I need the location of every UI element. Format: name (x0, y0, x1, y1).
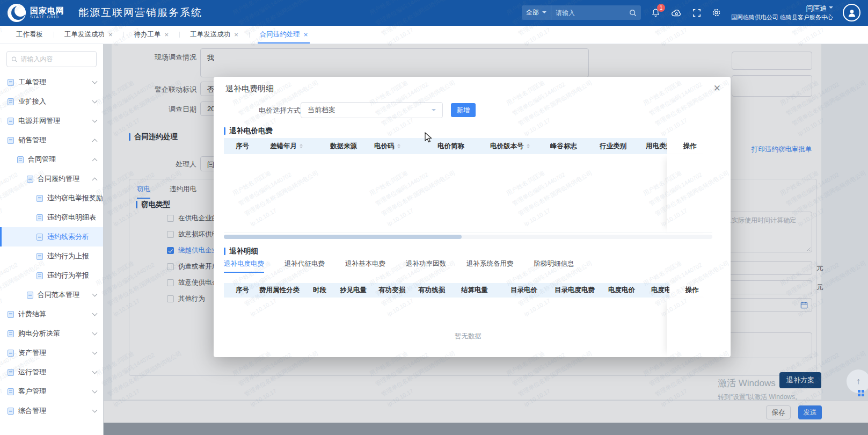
sidebar-item[interactable]: 工单管理 (0, 73, 103, 92)
sidebar-item[interactable]: 合同范本管理 (0, 285, 103, 305)
refund-detail-tab[interactable]: 退补电度电费 (224, 259, 264, 273)
sidebar-item-label: 违约行为上报 (47, 251, 89, 261)
chevron-icon (92, 177, 98, 183)
column-header[interactable]: 行业类别 (600, 138, 646, 154)
scrollbar-thumb[interactable] (224, 235, 462, 239)
column-header[interactable]: 序号 (236, 283, 259, 298)
document-icon (8, 350, 14, 357)
chevron-icon (92, 350, 98, 355)
sidebar-item[interactable]: 违约行为上报 (0, 247, 103, 266)
refund-detail-tab[interactable]: 退补基本电费 (345, 259, 385, 273)
chevron-down-icon (829, 6, 833, 11)
sidebar-item[interactable]: 资产管理 (0, 343, 103, 363)
sidebar-item[interactable]: 电源并网管理 (0, 111, 103, 130)
notification-bell-icon[interactable]: 1 (651, 8, 661, 18)
sidebar-search (6, 51, 97, 67)
column-header[interactable]: 时段 (313, 283, 340, 298)
sidebar-item[interactable]: 违约行为举报 (0, 266, 103, 285)
section-bar (224, 127, 225, 135)
sidebar-item[interactable]: 综合管理 (0, 401, 103, 421)
column-header[interactable]: 费用属性分类 (259, 283, 313, 298)
sidebar-item[interactable]: 购电分析决策 (0, 324, 103, 343)
page-tab-label: 工作看板 (16, 30, 43, 39)
sidebar-item[interactable]: 计费结算 (0, 305, 103, 324)
column-header[interactable]: 有功变损 (378, 283, 418, 298)
sidebar-item[interactable]: 客户管理 (0, 382, 103, 401)
sidebar-item[interactable]: 合同履约管理 (0, 169, 103, 189)
column-header[interactable]: 差错年月 (270, 138, 330, 154)
column-header[interactable]: 用电类别 (646, 138, 667, 154)
avatar[interactable] (843, 4, 860, 21)
document-icon (8, 79, 14, 86)
column-header[interactable]: 电价简称 (437, 138, 490, 154)
column-header[interactable]: 有功线损 (418, 283, 461, 298)
page-tab[interactable]: 工单发送成功 × (54, 26, 123, 44)
column-header-label: 抄见电量 (340, 286, 367, 295)
column-header[interactable]: 操作 (667, 138, 712, 154)
refund-detail-tab[interactable]: 退补代征电费 (285, 259, 325, 273)
page-tab[interactable]: 合同违约处理 × (249, 26, 319, 44)
column-header-label: 差错年月 (270, 142, 297, 151)
page-tab-label: 合同违约处理 (260, 30, 300, 39)
column-header[interactable]: 峰谷标志 (550, 138, 600, 154)
sidebar-search-input[interactable] (20, 55, 92, 63)
refund-detail-tab[interactable]: 退补系统备用费 (466, 259, 514, 273)
price-mode-select[interactable]: 当前档案 (301, 102, 443, 118)
horizontal-scrollbar (224, 235, 712, 239)
refund-detail-section-title: 退补明细 (224, 247, 258, 256)
cloud-sync-icon[interactable] (670, 8, 682, 18)
page-tab[interactable]: 工单发送成功 × (179, 26, 249, 44)
sidebar-item[interactable]: 运行管理 (0, 363, 103, 382)
sidebar-item[interactable]: 违约窃电明细表 (0, 208, 103, 227)
column-header-label: 行业类别 (600, 142, 626, 151)
refund-detail-tab[interactable]: 退补功率因数 (406, 259, 446, 273)
column-header[interactable]: 电度电价 (608, 283, 651, 298)
sidebar-item[interactable]: 业扩接入 (0, 92, 103, 111)
column-header-label: 目录电度电费 (555, 286, 595, 295)
refund-detail-tab-label: 退补功率因数 (406, 260, 446, 267)
fullscreen-icon[interactable] (692, 8, 702, 18)
page-tab[interactable]: 待办工单 × (123, 26, 180, 44)
close-icon[interactable]: × (108, 31, 113, 38)
column-header[interactable]: 数据来源 (330, 138, 374, 154)
column-header[interactable]: 抄见电量 (340, 283, 378, 298)
chevron-icon (92, 311, 98, 316)
column-header[interactable]: 电价版本号 (490, 138, 550, 154)
search-input[interactable] (551, 9, 629, 17)
chevron-icon (92, 369, 98, 374)
close-icon[interactable]: × (304, 31, 308, 38)
column-header[interactable]: 电价码 (374, 138, 437, 154)
column-header[interactable]: 电度电费 (651, 283, 669, 298)
search-scope-select[interactable]: 全部 (522, 5, 551, 20)
add-button[interactable]: 新增 (451, 103, 476, 117)
close-icon[interactable]: × (165, 31, 169, 38)
sort-icon[interactable] (527, 142, 530, 150)
search-icon[interactable] (629, 9, 637, 17)
document-icon (37, 214, 43, 221)
column-header[interactable]: 目录电价 (510, 283, 555, 298)
sidebar-item[interactable]: 合同管理 (0, 150, 103, 169)
close-icon[interactable]: × (234, 31, 238, 38)
column-header[interactable]: 结算电量 (461, 283, 510, 298)
page-tab[interactable]: 工作看板 (5, 26, 54, 44)
sidebar-item[interactable]: 违约线索分析 (0, 227, 103, 247)
widget-grid-icon[interactable] (858, 390, 864, 396)
column-header[interactable]: 序号 (236, 138, 270, 154)
sidebar-item[interactable]: 违约窃电举报奖励 (0, 189, 103, 208)
sort-icon[interactable] (300, 142, 303, 150)
settings-gear-icon[interactable] (711, 8, 721, 18)
refund-detail-tab[interactable]: 阶梯明细信息 (534, 259, 574, 273)
document-icon (37, 253, 43, 260)
refund-detail-tabs: 退补电度电费 退补代征电费 退补基本电费 退补功率因数 退补系统备用费 阶梯明细… (224, 259, 574, 276)
column-header-label: 用电类别 (646, 142, 667, 151)
price-fee-table: 序号 差错年月 数据来源 电价码 (224, 138, 712, 239)
sort-icon[interactable] (397, 142, 400, 150)
column-header[interactable]: 操作 (669, 283, 714, 298)
sidebar-item-label: 综合管理 (18, 406, 46, 416)
user-menu[interactable]: 闫匡迪 国网临猗供电公司 临猗县客户服务中心 (731, 4, 833, 22)
back-to-top-button[interactable]: ↑ (847, 369, 868, 393)
sidebar-item[interactable]: 销售管理 (0, 130, 103, 150)
column-header-label: 有功线损 (418, 286, 445, 295)
modal-close-icon[interactable]: ✕ (713, 84, 721, 93)
column-header[interactable]: 目录电度电费 (555, 283, 608, 298)
